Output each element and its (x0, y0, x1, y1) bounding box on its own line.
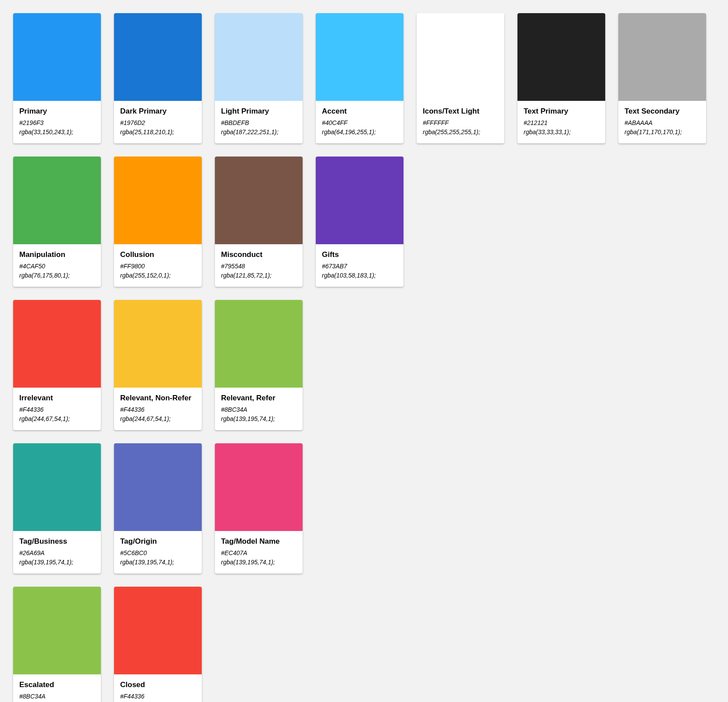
color-swatch (316, 13, 403, 101)
color-hex: #EC407A (221, 549, 296, 557)
color-hex: #26A69A (19, 549, 95, 557)
color-name: Tag/Business (19, 537, 95, 546)
color-info: Misconduct#795548rgba(121,85,72,1); (215, 244, 303, 287)
color-card: Misconduct#795548rgba(121,85,72,1); (215, 157, 303, 287)
color-card: Text Primary#212121rgba(33,33,33,1); (517, 13, 605, 143)
color-name: Relevant, Non-Refer (120, 394, 196, 403)
palette-row: Irrelevant#F44336rgba(244,67,54,1);Relev… (13, 300, 715, 430)
color-hex: #ABAAAA (625, 118, 700, 127)
color-hex: #F44336 (120, 692, 196, 701)
color-info: Collusion#FF9800rgba(255,152,0,1); (114, 244, 202, 287)
color-rgba: rgba(244,67,54,1); (120, 414, 196, 423)
color-card: Tag/Business#26A69Argba(139,195,74,1); (13, 443, 101, 574)
color-name: Misconduct (221, 250, 296, 259)
color-info: Dark Primary#1976D2rgba(25,118,210,1); (114, 101, 202, 143)
color-name: Tag/Origin (120, 537, 196, 546)
color-card: Dark Primary#1976D2rgba(25,118,210,1); (114, 13, 202, 143)
color-card: Gifts#673AB7rgba(103,58,183,1); (316, 157, 403, 287)
color-swatch (215, 13, 303, 101)
color-name: Dark Primary (120, 107, 196, 116)
color-hex: #F44336 (19, 405, 95, 414)
color-name: Icons/Text Light (423, 107, 498, 116)
color-info: Text Secondary#ABAAAArgba(171,170,170,1)… (618, 101, 706, 143)
color-card: Light Primary#BBDEFBrgba(187,222,251,1); (215, 13, 303, 143)
color-rgba: rgba(25,118,210,1); (120, 128, 196, 136)
color-rgba: rgba(64,196,255,1); (322, 128, 397, 136)
color-name: Gifts (322, 250, 397, 259)
color-card: Collusion#FF9800rgba(255,152,0,1); (114, 157, 202, 287)
color-hex: #FFFFFF (423, 118, 498, 127)
color-hex: #2196F3 (19, 118, 95, 127)
color-card: Tag/Origin#5C6BC0rgba(139,195,74,1); (114, 443, 202, 574)
color-info: Tag/Origin#5C6BC0rgba(139,195,74,1); (114, 531, 202, 574)
color-card: Manipulation#4CAF50rgba(76,175,80,1); (13, 157, 101, 287)
color-name: Manipulation (19, 250, 95, 259)
color-swatch (517, 13, 605, 101)
color-info: Irrelevant#F44336rgba(244,67,54,1); (13, 388, 101, 430)
color-info: Closed#F44336rgba(139,195,74,1); (114, 674, 202, 702)
color-rgba: rgba(33,150,243,1); (19, 128, 95, 136)
color-rgba: rgba(187,222,251,1); (221, 128, 296, 136)
color-info: Accent#40C4FFrgba(64,196,255,1); (316, 101, 403, 143)
color-card: Relevant, Non-Refer#F44336rgba(244,67,54… (114, 300, 202, 430)
color-name: Primary (19, 107, 95, 116)
color-card: Escalated#8BC34Argba(139,195,74,1); (13, 587, 101, 702)
color-info: Manipulation#4CAF50rgba(76,175,80,1); (13, 244, 101, 287)
color-name: Irrelevant (19, 394, 95, 403)
color-name: Accent (322, 107, 397, 116)
color-swatch (114, 157, 202, 244)
color-rgba: rgba(121,85,72,1); (221, 271, 296, 280)
color-swatch (417, 13, 504, 101)
color-rgba: rgba(255,255,255,1); (423, 128, 498, 136)
color-rgba: rgba(171,170,170,1); (625, 128, 700, 136)
color-name: Collusion (120, 250, 196, 259)
color-hex: #673AB7 (322, 262, 397, 271)
color-info: Escalated#8BC34Argba(139,195,74,1); (13, 674, 101, 702)
color-swatch (114, 13, 202, 101)
color-info: Tag/Business#26A69Argba(139,195,74,1); (13, 531, 101, 574)
color-swatch (215, 300, 303, 388)
color-rgba: rgba(139,195,74,1); (221, 414, 296, 423)
color-palette: Primary#2196F3rgba(33,150,243,1);Dark Pr… (13, 13, 715, 702)
color-card: Accent#40C4FFrgba(64,196,255,1); (316, 13, 403, 143)
color-card: Closed#F44336rgba(139,195,74,1); (114, 587, 202, 702)
color-hex: #4CAF50 (19, 262, 95, 271)
color-info: Tag/Model Name#EC407Argba(139,195,74,1); (215, 531, 303, 574)
color-swatch (13, 300, 101, 388)
color-info: Relevant, Non-Refer#F44336rgba(244,67,54… (114, 388, 202, 430)
color-swatch (215, 443, 303, 531)
palette-row: Primary#2196F3rgba(33,150,243,1);Dark Pr… (13, 13, 715, 143)
color-card: Tag/Model Name#EC407Argba(139,195,74,1); (215, 443, 303, 574)
color-card: Irrelevant#F44336rgba(244,67,54,1); (13, 300, 101, 430)
color-hex: #212121 (524, 118, 599, 127)
color-name: Relevant, Refer (221, 394, 296, 403)
color-swatch (316, 157, 403, 244)
color-card: Relevant, Refer#8BC34Argba(139,195,74,1)… (215, 300, 303, 430)
color-name: Closed (120, 681, 196, 689)
color-rgba: rgba(139,195,74,1); (19, 558, 95, 567)
color-hex: #8BC34A (19, 692, 95, 701)
color-hex: #8BC34A (221, 405, 296, 414)
color-hex: #BBDEFB (221, 118, 296, 127)
color-card: Text Secondary#ABAAAArgba(171,170,170,1)… (618, 13, 706, 143)
color-name: Text Primary (524, 107, 599, 116)
color-name: Text Secondary (625, 107, 700, 116)
color-rgba: rgba(139,195,74,1); (221, 558, 296, 567)
color-swatch (114, 587, 202, 674)
palette-row: Tag/Business#26A69Argba(139,195,74,1);Ta… (13, 443, 715, 574)
color-hex: #F44336 (120, 405, 196, 414)
color-info: Text Primary#212121rgba(33,33,33,1); (517, 101, 605, 143)
color-hex: #1976D2 (120, 118, 196, 127)
color-swatch (114, 300, 202, 388)
color-rgba: rgba(244,67,54,1); (19, 414, 95, 423)
color-rgba: rgba(255,152,0,1); (120, 271, 196, 280)
color-info: Icons/Text Light#FFFFFFrgba(255,255,255,… (417, 101, 504, 143)
color-card: Icons/Text Light#FFFFFFrgba(255,255,255,… (417, 13, 504, 143)
color-swatch (618, 13, 706, 101)
color-hex: #795548 (221, 262, 296, 271)
color-rgba: rgba(33,33,33,1); (524, 128, 599, 136)
color-swatch (13, 587, 101, 674)
color-rgba: rgba(139,195,74,1); (120, 558, 196, 567)
color-card: Primary#2196F3rgba(33,150,243,1); (13, 13, 101, 143)
color-info: Gifts#673AB7rgba(103,58,183,1); (316, 244, 403, 287)
